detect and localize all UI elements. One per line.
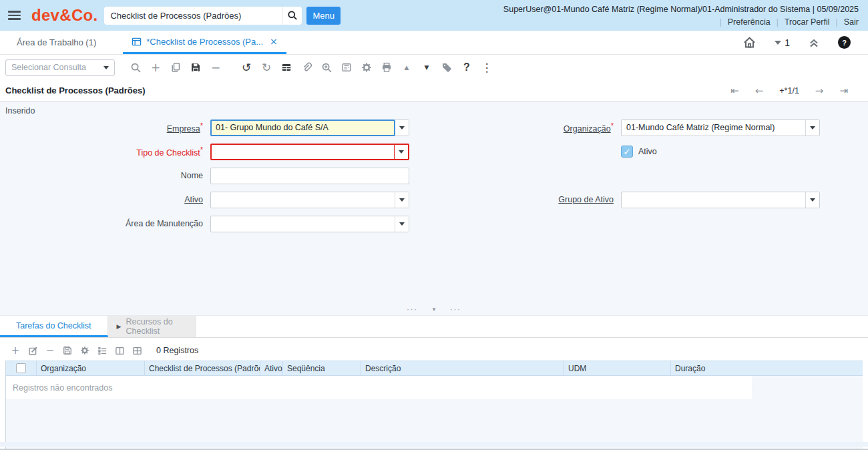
organizacao-input[interactable] [622, 120, 805, 136]
collapse-all-icon[interactable] [808, 37, 820, 49]
application-window: dev&Co. Menu SuperUser@01-Mundo Café Mat… [0, 0, 868, 450]
tipo-checklist-dropdown-button[interactable] [394, 145, 408, 159]
grid-view-icon[interactable] [276, 57, 296, 77]
grid-settings-icon[interactable] [76, 343, 93, 359]
copy-record-icon[interactable] [166, 57, 186, 77]
ativo-label: Ativo [184, 195, 207, 204]
refresh-icon[interactable]: ↻ [256, 57, 276, 77]
record-pager: ⇤ ← +*1/1 → ⇥ [730, 85, 863, 97]
nome-input[interactable] [210, 168, 409, 184]
search-records-icon[interactable] [126, 57, 146, 77]
ativo-checkbox[interactable]: ✓ [621, 146, 633, 158]
add-record-icon[interactable]: + [146, 57, 166, 77]
menu-button[interactable]: Menu [306, 7, 341, 25]
area-manutencao-input[interactable] [211, 216, 395, 232]
splitter-collapse-icon[interactable]: ▾ [433, 306, 436, 312]
splitter-dots: ··· [407, 306, 418, 313]
grid-column-header[interactable]: Descrição [361, 361, 564, 375]
tabbar-actions: 1 ? [742, 31, 868, 54]
nome-label: Nome [181, 171, 207, 180]
chevron-down-icon [399, 198, 405, 202]
settings-gear-icon[interactable] [357, 57, 377, 77]
save-record-icon[interactable] [186, 57, 206, 77]
delete-record-icon[interactable]: − [206, 57, 226, 77]
undo-icon[interactable]: ↺ [236, 57, 256, 77]
print-icon[interactable] [377, 57, 397, 77]
report-icon[interactable] [337, 57, 357, 77]
chevron-down-icon [775, 41, 781, 45]
tab-workspace[interactable]: Área de Trabalho (1) [0, 31, 113, 54]
tag-icon[interactable] [437, 57, 457, 77]
grid-edit-icon[interactable] [24, 343, 41, 359]
tab-recursos-do-checklist[interactable]: ▶ Recursos do Checklist [108, 316, 196, 337]
empresa-field [210, 120, 409, 136]
last-record-icon[interactable]: ⇥ [839, 85, 848, 97]
expand-section-icon[interactable]: ▼ [417, 57, 437, 77]
preferences-link[interactable]: Preferência [728, 17, 771, 27]
first-record-icon[interactable]: ⇤ [730, 85, 739, 97]
record-form: Inserido Empresa* Organização* Tipo de C… [0, 101, 868, 315]
grid-column-header[interactable]: Duração [671, 361, 863, 375]
collapse-section-icon[interactable]: ▲ [397, 57, 417, 77]
user-session-info: SuperUser@01-Mundo Café Matriz (Regime N… [503, 5, 859, 14]
empresa-input[interactable] [212, 121, 394, 135]
ativo-dropdown-button[interactable] [395, 192, 409, 208]
help-icon[interactable]: ? [838, 36, 851, 49]
grupo-ativo-field [621, 192, 820, 208]
tab-checklist-processos[interactable]: *Checklist de Processos (Pa... × [123, 31, 286, 54]
previous-record-icon[interactable]: ← [755, 85, 764, 97]
ativo-input[interactable] [211, 192, 395, 208]
home-icon[interactable] [742, 35, 756, 49]
grid-column-header[interactable]: Organização [37, 361, 145, 375]
select-all-checkbox[interactable] [16, 363, 26, 373]
grid-toolbar: + − 0 Registros [0, 341, 868, 361]
grupo-ativo-input[interactable] [622, 192, 805, 208]
tab-tarefas-do-checklist[interactable]: Tarefas do Checklist [0, 316, 108, 337]
panel-splitter[interactable]: ··· ▾ ··· [0, 304, 868, 314]
grid-columns-icon[interactable] [111, 343, 128, 359]
search-icon[interactable] [282, 7, 302, 25]
empresa-dropdown-button[interactable] [395, 120, 409, 136]
window-count-dropdown[interactable]: 1 [775, 37, 790, 48]
record-title: Checklist de Processos (Padrões) [5, 85, 146, 95]
area-manutencao-dropdown-button[interactable] [395, 216, 409, 232]
grid-save-icon[interactable] [59, 343, 76, 359]
empty-message: Registros não encontrados [13, 383, 112, 393]
session-links: | Preferência | Trocar Perfil | Sair [503, 17, 859, 27]
close-tab-icon[interactable]: × [270, 36, 278, 47]
grid-column-header[interactable]: Seqüência [283, 361, 361, 375]
hamburger-menu-icon[interactable] [8, 11, 21, 20]
empresa-label: Empresa* [167, 122, 207, 134]
grid-column-header[interactable]: Ativo [260, 361, 283, 375]
grid-body: Registros não encontrados [6, 376, 863, 450]
next-record-icon[interactable]: → [815, 85, 824, 97]
grupo-ativo-dropdown-button[interactable] [805, 192, 819, 208]
top-bar: dev&Co. Menu SuperUser@01-Mundo Café Mat… [0, 0, 868, 31]
grid-column-header[interactable]: UDM [564, 361, 671, 375]
query-select[interactable]: Selecionar Consulta [5, 59, 115, 76]
context-help-icon[interactable]: ? [457, 57, 477, 77]
zoom-in-icon[interactable] [316, 57, 337, 77]
grid-list-icon[interactable] [93, 343, 111, 359]
detail-tabs: Tarefas do Checklist ▶ Recursos do Check… [0, 316, 868, 338]
chevron-down-icon [399, 222, 405, 226]
grid-remove-icon[interactable]: − [41, 343, 59, 359]
query-select-placeholder: Selecionar Consulta [6, 63, 98, 72]
more-options-icon[interactable]: ⋮ [477, 57, 497, 77]
switch-profile-link[interactable]: Trocar Perfil [785, 17, 830, 27]
area-manutencao-field [210, 216, 409, 232]
chevron-down-icon [810, 198, 815, 202]
grid-column-header[interactable]: Checklist de Processos (Padrões) [145, 361, 260, 375]
grid-add-icon[interactable]: + [7, 343, 24, 359]
grid-table-icon[interactable] [128, 343, 146, 359]
organizacao-label: Organização* [564, 122, 618, 134]
tipo-checklist-input[interactable] [212, 145, 394, 159]
organizacao-dropdown-button[interactable] [805, 120, 819, 136]
document-card-icon [132, 37, 142, 47]
play-icon: ▶ [117, 323, 122, 330]
attachment-icon[interactable] [296, 57, 316, 77]
logout-link[interactable]: Sair [844, 17, 859, 27]
global-search-input[interactable] [104, 11, 282, 21]
records-count: 0 Registros [156, 346, 198, 355]
window-count-value: 1 [785, 37, 790, 48]
